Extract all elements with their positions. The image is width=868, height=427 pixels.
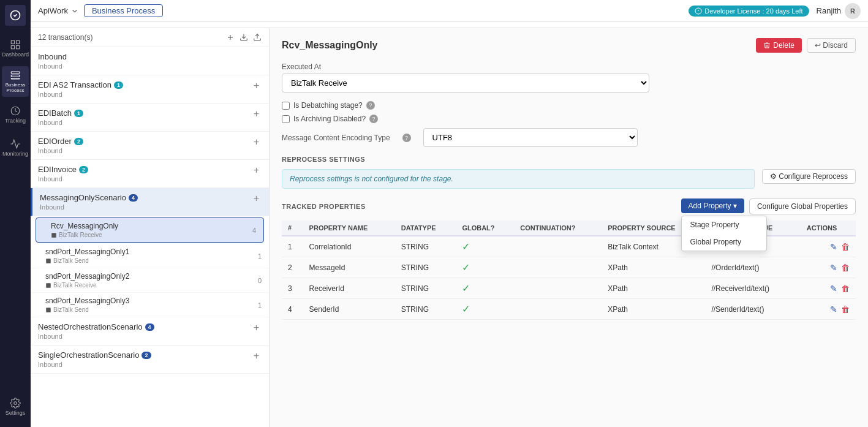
tx-name: Inbound <box>38 52 262 61</box>
tx-badge: 4 <box>145 323 154 331</box>
edit-property-button[interactable]: ✎ <box>830 304 837 314</box>
add-transaction-button[interactable]: + <box>251 108 262 119</box>
tx-direction: Inbound <box>38 119 251 126</box>
add-transaction-button[interactable]: + <box>251 193 262 204</box>
table-row: 1 CorrelationId STRING ✓ BizTalk Context… <box>282 236 856 257</box>
discard-stage-button[interactable]: ↩ Discard <box>807 38 856 53</box>
transaction-list: Inbound Inbound EDI AS2 Transaction 1 In… <box>31 47 269 427</box>
workspace-selector[interactable]: ApiWork <box>38 6 79 15</box>
cell-actions: ✎ 🗑 <box>801 299 856 320</box>
sidebar-item-tracking[interactable]: Tracking <box>2 99 29 130</box>
delete-property-button[interactable]: 🗑 <box>841 263 850 273</box>
col-property-name: PROPERTY NAME <box>303 221 395 236</box>
cell-continuation <box>514 299 602 320</box>
tx-name: SingleOrchestrationScenario 2 <box>38 350 251 360</box>
col-actions: ACTIONS <box>801 221 856 236</box>
list-item[interactable]: MessagingOnlyScenario 4 Inbound + <box>31 188 269 216</box>
list-item[interactable]: EDI AS2 Transaction 1 Inbound + <box>31 75 269 104</box>
reprocess-section-title: REPROCESS SETTINGS <box>282 156 856 163</box>
list-item[interactable]: Inbound Inbound <box>31 47 269 75</box>
add-property-button[interactable]: Add Property ▾ <box>681 198 744 213</box>
stage-type-icon <box>45 307 51 313</box>
stage-item[interactable]: Rcv_MessagingOnly BizTalk Receive 4 <box>36 217 264 243</box>
encoding-help-icon[interactable]: ? <box>402 134 411 142</box>
tracked-section-title: TRACKED PROPERTIES <box>282 203 366 210</box>
sidebar-item-business-process[interactable]: Business Process <box>2 66 29 97</box>
tx-direction: Inbound <box>38 62 262 70</box>
delete-property-button[interactable]: 🗑 <box>841 284 850 293</box>
add-transaction-button[interactable]: + <box>251 165 262 176</box>
edit-property-button[interactable]: ✎ <box>830 263 837 273</box>
active-tab-label[interactable]: Business Process <box>84 4 163 17</box>
stage-count: 0 <box>258 277 262 284</box>
debatching-checkbox-row: Is Debatching stage? ? <box>282 101 856 110</box>
cell-datatype: STRING <box>395 257 456 278</box>
cell-global: ✓ <box>456 257 514 278</box>
svg-rect-7 <box>11 78 20 80</box>
tracked-properties-table: # PROPERTY NAME DATATYPE GLOBAL? CONTINU… <box>282 221 856 320</box>
delete-button[interactable]: Delete <box>756 38 802 53</box>
edit-property-button[interactable]: ✎ <box>830 284 837 293</box>
archiving-checkbox-row: Is Archiving Disabled? ? <box>282 115 856 123</box>
add-transaction-button[interactable]: + <box>251 137 262 148</box>
add-transaction-button[interactable]: + <box>251 322 262 333</box>
reprocess-row: Reprocess settings is not configured for… <box>282 169 856 189</box>
list-item[interactable]: EDIOrder 2 Inbound + <box>31 132 269 160</box>
delete-property-button[interactable]: 🗑 <box>841 242 850 252</box>
avatar: R <box>845 3 861 19</box>
license-badge: Developer License : 20 days Left <box>689 6 809 17</box>
configure-global-button[interactable]: Configure Global Properties <box>749 198 856 214</box>
cell-continuation <box>514 257 602 278</box>
list-item[interactable]: NestedOrchestrationScenario 4 Inbound + <box>31 317 269 346</box>
archiving-checkbox[interactable] <box>282 115 290 123</box>
stage-name: sndPort_MessagingOnly1 <box>45 248 258 256</box>
tx-name: EDIOrder 2 <box>38 137 251 146</box>
cell-property-name: MessageId <box>303 257 395 278</box>
list-item[interactable]: SingleOrchestrationScenario 2 Inbound + <box>31 346 269 374</box>
header-right: Developer License : 20 days Left Ranjith… <box>689 3 861 19</box>
tx-name: EDIBatch 1 <box>38 108 251 118</box>
add-transaction-button[interactable]: + <box>251 80 262 91</box>
global-property-option[interactable]: Global Property <box>682 233 766 251</box>
list-item[interactable]: EDIBatch 1 Inbound + <box>31 104 269 132</box>
add-property-container: Add Property ▾ Stage Property Global Pro… <box>681 198 744 214</box>
app-header: ApiWork Business Process Developer Licen… <box>31 0 868 22</box>
left-navigation: Dashboard Business Process Tracking Moni… <box>0 0 31 427</box>
debatching-checkbox[interactable] <box>282 102 290 110</box>
cell-property-name: SenderId <box>303 299 395 320</box>
stage-item[interactable]: sndPort_MessagingOnly1 BizTalk Send 1 <box>31 244 269 268</box>
col-num: # <box>282 221 303 236</box>
configure-reprocess-button[interactable]: ⚙ Configure Reprocess <box>762 169 856 184</box>
list-item[interactable]: EDIInvoice 2 Inbound + <box>31 160 269 188</box>
archiving-help-icon[interactable]: ? <box>369 115 378 123</box>
sidebar-item-monitoring[interactable]: Monitoring <box>2 132 29 163</box>
stage-item[interactable]: sndPort_MessagingOnly3 BizTalk Send 1 <box>31 293 269 317</box>
add-transaction-button[interactable]: + <box>251 350 262 361</box>
stage-item[interactable]: sndPort_MessagingOnly2 BizTalk Receive 0 <box>31 268 269 293</box>
encoding-group: Message Content Encoding Type ? UTF8 UTF… <box>282 128 856 147</box>
stage-header: Rcv_MessagingOnly Delete ↩ Discard <box>282 38 856 53</box>
download-icon[interactable] <box>240 33 248 42</box>
stage-name: Rcv_MessagingOnly <box>51 222 252 230</box>
tx-badge: 2 <box>79 166 88 173</box>
debatching-help-icon[interactable]: ? <box>366 101 375 110</box>
sidebar-item-dashboard[interactable]: Dashboard <box>2 33 29 64</box>
add-icon[interactable] <box>226 33 235 42</box>
cell-num: 4 <box>282 299 303 320</box>
cell-global: ✓ <box>456 278 514 299</box>
sidebar-item-settings[interactable]: Settings <box>2 391 29 422</box>
tx-name: EDI AS2 Transaction 1 <box>38 80 251 89</box>
global-check-icon: ✓ <box>462 262 470 273</box>
upload-icon[interactable] <box>253 33 262 42</box>
edit-property-button[interactable]: ✎ <box>830 242 837 252</box>
tx-badge: 2 <box>74 138 83 145</box>
stage-property-option[interactable]: Stage Property <box>682 216 766 233</box>
user-badge[interactable]: Ranjith R <box>817 3 861 19</box>
cell-value: //ReceiverId/text() <box>705 278 800 299</box>
delete-property-button[interactable]: 🗑 <box>841 304 850 314</box>
encoding-select[interactable]: UTF8 UTF16 ASCII <box>423 128 638 147</box>
executed-at-select[interactable]: BizTalk Receive BizTalk Send Orchestrati… <box>282 74 649 93</box>
tx-badge: 2 <box>142 352 151 359</box>
cell-source: XPath <box>602 278 705 299</box>
add-property-label: Add Property ▾ <box>689 202 737 210</box>
